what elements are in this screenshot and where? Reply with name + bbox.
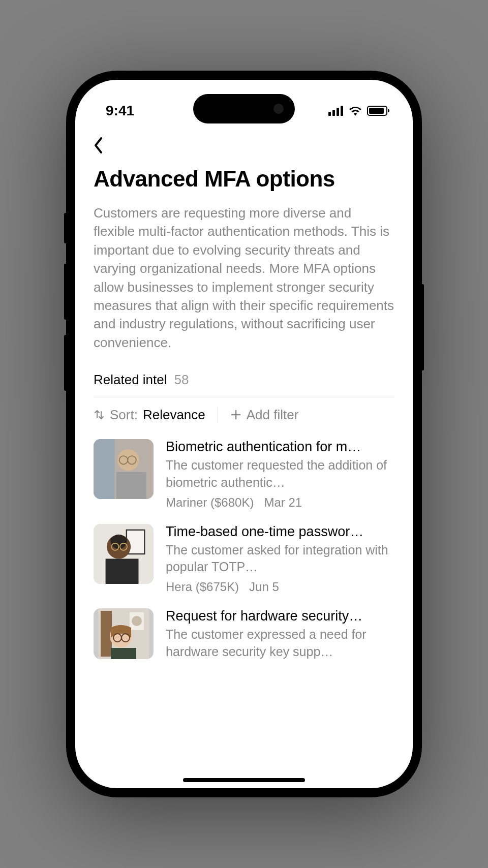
screen: 9:41 [75,80,413,788]
page-description: Customers are requesting more diverse an… [94,204,394,352]
svg-rect-9 [106,559,139,584]
dynamic-island [193,94,295,123]
intel-title: Time-based one-time passwor… [166,524,394,540]
avatar [94,524,154,584]
intel-account: Mariner ($680K) [166,495,254,510]
intel-date: Jun 5 [249,580,279,594]
add-filter-label: Add filter [247,407,299,423]
sort-control[interactable]: Sort: Relevance [94,407,205,423]
battery-icon [367,106,387,116]
intel-account: Hera ($675K) [166,580,239,594]
back-button[interactable] [94,132,394,166]
list-item[interactable]: Biometric authentication for m… The cust… [94,439,394,510]
svg-rect-17 [111,648,136,659]
status-time: 9:41 [106,103,134,119]
svg-rect-1 [94,439,114,499]
plus-icon [230,409,241,420]
related-intel-count: 58 [174,372,189,388]
intel-meta: Mariner ($680K) Mar 21 [166,495,394,510]
wifi-icon [349,106,362,116]
chevron-left-icon [94,137,104,154]
svg-point-15 [132,616,142,626]
power-button [421,284,424,370]
sort-value: Relevance [143,407,205,423]
intel-date: Mar 21 [264,495,302,510]
home-indicator[interactable] [183,778,305,782]
add-filter-button[interactable]: Add filter [230,407,299,423]
intel-meta: Hera ($675K) Jun 5 [166,580,394,594]
intel-snippet: The customer requested the addition of b… [166,457,394,491]
sort-arrows-icon [94,409,105,420]
silent-switch [64,213,67,243]
divider [218,407,218,423]
page-title: Advanced MFA options [94,166,394,192]
intel-title: Request for hardware security… [166,608,394,624]
svg-rect-3 [116,472,146,499]
filter-bar: Sort: Relevance Add filter [94,407,394,423]
related-intel-label: Related intel [94,372,167,388]
avatar [94,608,154,659]
sort-label: Sort: [110,407,138,423]
list-item[interactable]: Request for hardware security… The custo… [94,608,394,665]
status-icons [328,106,387,116]
intel-snippet: The customer expressed a need for hardwa… [166,626,394,661]
avatar [94,439,154,499]
intel-snippet: The customer asked for integration with … [166,542,394,576]
cellular-signal-icon [328,106,344,116]
list-item[interactable]: Time-based one-time passwor… The custome… [94,524,394,595]
related-intel-header: Related intel 58 [94,372,394,397]
volume-down-button [64,335,67,391]
phone-frame: 9:41 [66,71,422,797]
intel-list: Biometric authentication for m… The cust… [94,439,394,665]
intel-title: Biometric authentication for m… [166,439,394,455]
volume-up-button [64,264,67,320]
